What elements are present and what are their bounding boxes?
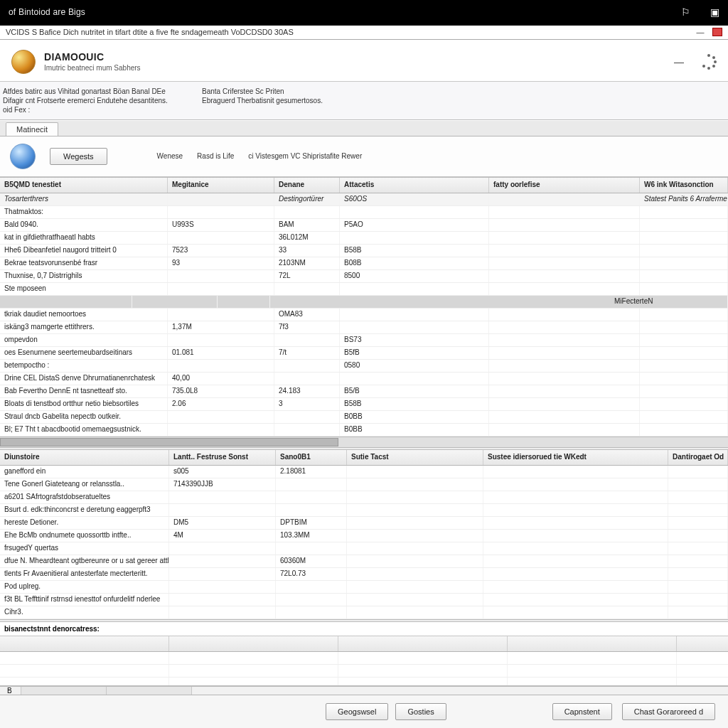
col-header[interactable] (0, 636, 169, 651)
table-cell: Bsurt d. edk:thinconcrst e deretung eagg… (0, 504, 169, 516)
table-cell (340, 373, 489, 385)
close-button[interactable] (712, 28, 722, 36)
header-minimize-icon[interactable]: — (674, 56, 684, 68)
table-row[interactable]: kat in gifdiethratfhaeatl habts36L012M (0, 232, 728, 245)
grid-top-header[interactable]: B5QMD tenestiet Megitanice Denane Attace… (0, 178, 728, 193)
col-header[interactable] (508, 636, 677, 651)
table-row[interactable]: Tene Gonerl Giateteang or relansstla..71… (0, 478, 728, 491)
table-cell: 36L012M (274, 232, 340, 244)
table-cell (668, 555, 728, 567)
table-cell (276, 594, 347, 606)
table-row[interactable]: ganefford eins0052.18081 (0, 466, 728, 478)
table-row[interactable]: hereste Detioner.DM5DPTBIM (0, 517, 728, 530)
col-header[interactable]: Dantirogaet Od (668, 450, 728, 465)
tab-matinecit[interactable]: Matinecit (6, 122, 58, 136)
table-row[interactable] (0, 678, 728, 686)
table-cell (483, 594, 668, 606)
table-cell: f3t BL Teffttinif rstrnsd ienesttof onfu… (0, 594, 169, 606)
main-area: Matinecit Wegests Wenese Rasd is Life ci… (0, 120, 728, 695)
tray-icon[interactable]: ⚐ (681, 6, 690, 18)
table-row[interactable]: a6201 SAfrtografstdobseratueltes (0, 491, 728, 504)
table-row[interactable]: Thuxnise, 0,7 Distrrighils72L8500 (0, 270, 728, 283)
col-header[interactable]: Denane (274, 178, 340, 193)
table-cell (168, 270, 274, 282)
col-header[interactable]: Diunstoire (0, 450, 169, 465)
table-row[interactable]: oes Esenurnene seertemeubardseitinars01.… (0, 347, 728, 360)
table-row[interactable]: ompevdonBS73 (0, 334, 728, 347)
table-cell: 7f3 (274, 321, 340, 333)
table-cell: s005 (169, 466, 276, 478)
table-row[interactable]: frsugedY quertas (0, 542, 728, 555)
table-row[interactable]: Bald 0940.U993SBAMP5AO (0, 219, 728, 232)
col-header[interactable]: Sustee idiersorued tie WKedt (483, 450, 668, 465)
col-header[interactable]: B5QMD tenestiet (0, 178, 168, 193)
table-row[interactable] (0, 652, 728, 665)
table-cell (483, 478, 668, 491)
table-cell: Ehe BcMb ondnumete quossorttb intfte.. (0, 530, 169, 542)
table-cell: DM5 (169, 517, 276, 529)
table-row[interactable]: Hhe6 Dibeanfetiel naugord tritteirt 0752… (0, 245, 728, 257)
col-header[interactable]: Sano0B1 (276, 450, 347, 465)
table-row[interactable]: Bl; E7 Tht t abacdbootid omemaegsustnick… (0, 424, 728, 437)
col-header[interactable] (169, 636, 338, 651)
sub-header: Tosarterthrers (0, 193, 168, 205)
col-header[interactable]: Lantt.. Festruse Sonst (169, 450, 276, 465)
table-cell: kat in gifdiethratfhaeatl habts (0, 232, 168, 244)
table-row[interactable]: tlents Fr Avaenitieral antesterfate mect… (0, 568, 728, 581)
chast-button[interactable]: Chast Goraroreed d (622, 703, 715, 720)
grid-section-band: MiFecterteN (0, 296, 728, 309)
table-cell: Bloats di tenstbod ortthur netio biebsor… (0, 398, 168, 410)
table-cell (489, 347, 640, 359)
col-header[interactable] (338, 636, 508, 651)
grid-bottom-header[interactable] (0, 636, 728, 652)
table-cell (640, 257, 728, 269)
table-row[interactable]: Cihr3. (0, 606, 728, 619)
table-cell (347, 581, 483, 593)
table-cell: 735.0L8 (168, 385, 274, 397)
table-cell: 3 (274, 398, 340, 410)
sub-header: Destingortürer (274, 193, 340, 205)
table-cell: 72L0.73 (276, 568, 347, 580)
table-row[interactable]: betempoctho :0580 (0, 360, 728, 373)
geogswsel-button[interactable]: Geogswsel (326, 703, 388, 720)
table-cell (274, 334, 340, 346)
table-row[interactable]: iskäng3 mamgerte ettithrers.1,37M7f3 (0, 321, 728, 334)
table-row[interactable]: Pod uplreg. (0, 581, 728, 594)
gosties-button[interactable]: Gosties (395, 703, 446, 720)
minimize-button[interactable]: — (695, 28, 705, 36)
table-row[interactable]: Straul dncb Gabelita nepectb outkeir.B0B… (0, 411, 728, 424)
table-row[interactable]: Thatmaktos: (0, 206, 728, 219)
grid-middle-header[interactable]: Diunstoire Lantt.. Festruse Sonst Sano0B… (0, 450, 728, 466)
table-cell (274, 360, 340, 372)
table-cell (640, 347, 728, 359)
col-header[interactable]: Sutie Tacst (347, 450, 483, 465)
table-row[interactable]: Ste mposeen (0, 283, 728, 296)
tray-icon[interactable]: ▣ (710, 6, 719, 18)
table-row[interactable]: tkriak daudiet nemoortoesOMA83 (0, 309, 728, 321)
table-cell: 33 (274, 245, 340, 257)
horizontal-scrollbar[interactable] (0, 437, 728, 447)
table-cell (168, 424, 274, 436)
table-row[interactable]: dfue N. Mheardteant ogtbereunre or u sat… (0, 555, 728, 568)
table-row[interactable]: f3t BL Teffttinif rstrnsd ienesttof onfu… (0, 594, 728, 606)
table-cell (347, 491, 483, 503)
table-row[interactable]: Bloats di tenstbod ortthur netio biebsor… (0, 398, 728, 411)
scroll-thumb[interactable] (0, 438, 338, 446)
table-row[interactable]: Bsurt d. edk:thinconcrst e deretung eagg… (0, 504, 728, 517)
capnstent-button[interactable]: Capnstent (552, 703, 612, 720)
table-row[interactable]: Bekrae teatsvorunsenbé frasr932103NMB08B (0, 257, 728, 270)
col-header[interactable]: W6 ink Witasonction (640, 178, 728, 193)
table-row[interactable]: Bab Fevertho DennE nt tasnetteatf sto.73… (0, 385, 728, 398)
col-header[interactable]: Attacetis (340, 178, 489, 193)
window-title: VCIDS S Bafice Dich nutritet in tifart d… (6, 28, 294, 36)
wegests-button[interactable]: Wegests (50, 148, 107, 165)
col-header[interactable]: Megitanice (168, 178, 274, 193)
table-row[interactable]: Drine CEL DistaS denve Dhrurnatianenrcha… (0, 373, 728, 385)
table-cell (347, 466, 483, 478)
table-cell: hereste Detioner. (0, 517, 169, 529)
table-row[interactable] (0, 665, 728, 678)
col-header[interactable]: fatty oorlefise (489, 178, 640, 193)
sub-header (168, 193, 274, 205)
table-cell: 01.081 (168, 347, 274, 359)
table-row[interactable]: Ehe BcMb ondnumete quossorttb intfte..4M… (0, 530, 728, 542)
